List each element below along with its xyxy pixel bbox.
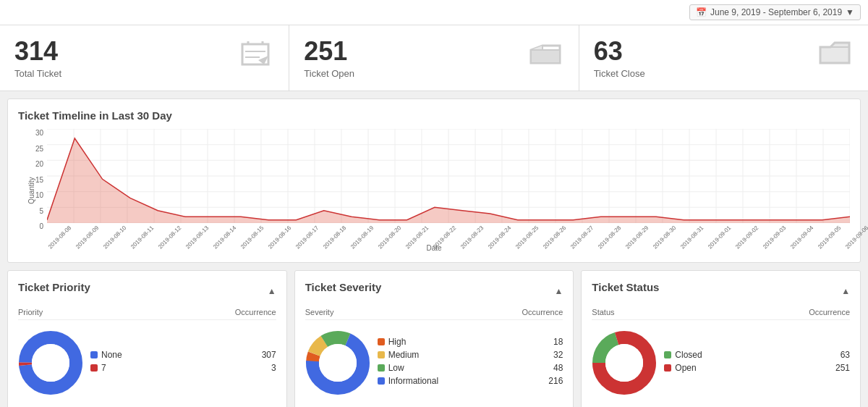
ticket-open-icon — [527, 35, 564, 80]
status-legend-open: Open 251 — [664, 363, 850, 373]
x-tick-label: 2019-08-17 — [294, 241, 303, 250]
main-content: Ticket Timeline in Last 30 Day Quantity … — [0, 91, 868, 407]
calendar-icon: 📅 — [696, 7, 707, 17]
status-col-right: Occurrence — [809, 308, 850, 316]
x-tick-label: 2019-08-09 — [75, 241, 83, 250]
severity-low-dot — [378, 364, 385, 372]
priority-legend-none: None 307 — [90, 350, 276, 360]
date-range-button[interactable]: 📅 June 9, 2019 - September 6, 2019 ▼ — [689, 4, 861, 20]
ticket-open-number: 251 — [304, 37, 354, 66]
severity-col-left: Severity — [305, 308, 334, 316]
x-tick-label: 2019-09-01 — [707, 241, 715, 250]
total-ticket-card: 314 Total Ticket — [0, 25, 289, 91]
status-open-dot — [664, 364, 671, 372]
severity-medium-label: Medium — [388, 350, 420, 360]
priority-legend: None 307 7 3 — [90, 350, 276, 376]
priority-title: Ticket Priority — [18, 281, 90, 293]
x-tick-label: 2019-08-25 — [514, 241, 523, 250]
priority-card: Ticket Priority ▲ Priority Occurrence — [7, 270, 287, 407]
x-tick-label: 2019-08-29 — [624, 241, 633, 250]
priority-legend-7: 7 3 — [90, 363, 276, 373]
severity-chevron-icon[interactable]: ▲ — [554, 286, 563, 296]
ticket-open-label: Ticket Open — [304, 68, 354, 79]
severity-card: Ticket Severity ▲ Severity Occurrence — [294, 270, 574, 407]
severity-title: Ticket Severity — [305, 281, 382, 293]
x-tick-label: 2019-09-04 — [789, 241, 798, 250]
svg-point-42 — [32, 344, 69, 382]
priority-none-label: None — [101, 350, 122, 360]
severity-legend: High 18 Medium 32 Low — [378, 337, 563, 389]
x-tick-label: 2019-08-22 — [432, 241, 441, 250]
status-col-left: Status — [592, 308, 614, 316]
status-legend: Closed 63 Open 251 — [664, 350, 850, 376]
x-tick-label: 2019-08-14 — [212, 241, 221, 250]
x-tick-label: 2019-08-10 — [102, 241, 111, 250]
total-ticket-number: 314 — [14, 37, 61, 66]
x-tick-label: 2019-08-18 — [322, 241, 331, 250]
y-tick-20: 20 — [18, 160, 43, 168]
x-tick-label: 2019-08-20 — [377, 241, 386, 250]
x-tick-label: 2019-08-27 — [569, 241, 578, 250]
severity-medium-count: 32 — [553, 350, 563, 360]
x-tick-label: 2019-08-24 — [487, 241, 495, 250]
severity-low-count: 48 — [553, 363, 563, 373]
x-tick-label: 2019-09-03 — [762, 241, 770, 250]
status-open-label: Open — [675, 363, 696, 373]
priority-7-label: 7 — [101, 363, 106, 373]
status-closed-dot — [664, 351, 671, 358]
ticket-close-icon — [816, 35, 854, 80]
severity-legend-informational: Informational 216 — [378, 376, 563, 386]
severity-info-label: Informational — [388, 376, 438, 386]
y-tick-15: 15 — [18, 176, 43, 184]
x-tick-label: 2019-08-15 — [239, 241, 248, 250]
y-tick-0: 0 — [18, 222, 43, 230]
x-tick-label: 2019-08-30 — [652, 241, 660, 250]
priority-donut-chart — [18, 330, 83, 395]
priority-none-count: 307 — [262, 350, 276, 360]
bottom-row: Ticket Priority ▲ Priority Occurrence — [7, 270, 861, 407]
status-card: Ticket Status ▲ Status Occurrence — [581, 270, 861, 407]
status-legend-closed: Closed 63 — [664, 350, 850, 360]
severity-high-label: High — [388, 337, 407, 347]
priority-7-dot — [90, 364, 98, 372]
status-closed-count: 63 — [841, 350, 850, 360]
svg-rect-0 — [531, 50, 560, 63]
priority-7-count: 3 — [271, 363, 276, 373]
x-tick-label: 2019-08-26 — [542, 241, 550, 250]
priority-col-left: Priority — [18, 308, 43, 316]
x-tick-label: 2019-08-08 — [47, 241, 56, 250]
timeline-card: Ticket Timeline in Last 30 Day Quantity … — [7, 98, 861, 263]
chevron-down-icon: ▼ — [846, 7, 854, 17]
status-donut-row: Closed 63 Open 251 — [592, 324, 850, 401]
priority-donut-row: None 307 7 3 — [18, 324, 276, 401]
x-tick-label: 2019-08-23 — [459, 241, 468, 250]
status-closed-label: Closed — [675, 350, 702, 360]
severity-col-right: Occurrence — [522, 308, 563, 316]
priority-none-dot — [90, 351, 98, 358]
x-tick-label: 2019-08-28 — [597, 241, 605, 250]
ticket-close-label: Ticket Close — [594, 68, 645, 79]
status-chevron-icon[interactable]: ▲ — [841, 286, 850, 296]
priority-chevron-icon[interactable]: ▲ — [268, 286, 276, 296]
y-tick-30: 30 — [18, 129, 43, 137]
x-tick-label: 2019-08-13 — [184, 241, 193, 250]
total-ticket-label: Total Ticket — [14, 68, 61, 79]
chart-svg-area — [47, 129, 850, 223]
total-ticket-icon — [237, 35, 274, 80]
status-open-count: 251 — [835, 363, 850, 373]
x-tick-label: 2019-08-12 — [157, 241, 166, 250]
priority-col-right: Occurrence — [235, 308, 276, 316]
date-range-label: June 9, 2019 - September 6, 2019 — [710, 7, 842, 17]
severity-legend-low: Low 48 — [378, 363, 563, 373]
y-tick-5: 5 — [18, 207, 43, 215]
ticket-close-card: 63 Ticket Close — [579, 25, 868, 91]
x-tick-label: 2019-08-19 — [349, 241, 358, 250]
severity-high-dot — [378, 338, 385, 345]
stat-cards: 314 Total Ticket 251 Ticket Open — [0, 25, 868, 91]
ticket-close-number: 63 — [594, 37, 645, 66]
severity-medium-dot — [378, 351, 385, 358]
severity-donut-row: High 18 Medium 32 Low — [305, 324, 563, 401]
status-card-header: Ticket Status ▲ — [592, 281, 850, 301]
y-tick-10: 10 — [18, 191, 43, 199]
severity-donut-chart — [305, 330, 370, 395]
